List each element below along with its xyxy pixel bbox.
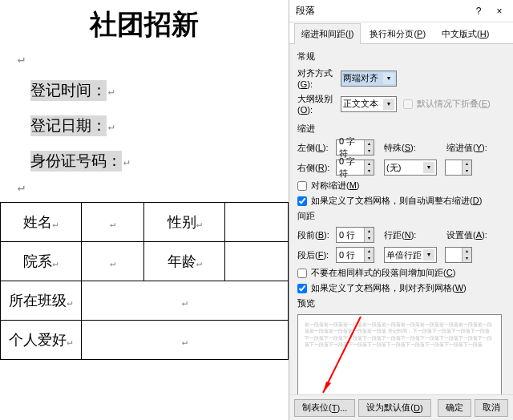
section-spacing: 间距 (297, 210, 505, 222)
line-spacing-select[interactable]: 单倍行距▾ (384, 247, 437, 263)
table-cell[interactable]: ↵ (81, 203, 144, 242)
paragraph-mark: ↵ (18, 180, 289, 194)
table-cell[interactable]: ↵ (81, 321, 288, 360)
no-space-same-style-label: 不要在相同样式的段落间增加间距(C) (311, 267, 455, 279)
paragraph-mark: ↵ (18, 51, 289, 66)
auto-right-indent-checkbox[interactable] (297, 196, 307, 206)
snap-to-grid-checkbox[interactable] (297, 284, 307, 293)
table-cell[interactable] (225, 242, 289, 281)
indent-by-label: 缩进值(Y): (446, 142, 487, 154)
no-space-same-style-checkbox[interactable] (297, 269, 307, 278)
special-indent-select[interactable]: (无)▾ (384, 160, 437, 176)
chevron-down-icon: ▾ (423, 249, 434, 260)
table-cell[interactable]: 院系↵ (1, 242, 82, 281)
ok-button[interactable]: 确定 (438, 399, 471, 417)
doc-title: 社团招新 (0, 6, 289, 43)
dialog-title-text: 段落 (296, 4, 468, 18)
tab-asian-typography[interactable]: 中文版式(H) (434, 23, 496, 44)
outline-level-label: 大纲级别(O): (297, 93, 341, 115)
tab-line-page-breaks[interactable]: 换行和分页(P) (362, 23, 433, 44)
help-button[interactable]: ? (468, 3, 489, 19)
indent-left-label: 左侧(L): (297, 142, 336, 154)
indent-right-label: 右侧(R): (297, 162, 336, 174)
section-general: 常规 (297, 50, 505, 63)
table-cell[interactable] (225, 203, 289, 242)
collapse-checkbox (403, 99, 413, 109)
section-preview: 预览 (297, 297, 505, 309)
indent-left-input[interactable]: 0 字符▴▾ (336, 139, 374, 155)
table-cell[interactable]: 姓名↵ (1, 203, 82, 242)
tab-indent-spacing[interactable]: 缩进和间距(I) (294, 23, 361, 44)
table-cell[interactable]: 性别↵ (144, 203, 225, 242)
alignment-label: 对齐方式(G): (297, 67, 341, 89)
preview-box: 前一段落前一段落前一段落前一段落前一段落前一段落前一段落前一段落前一段落前一段落… (297, 314, 502, 401)
spacing-at-input[interactable]: ▴▾ (445, 247, 472, 263)
doc-field-2[interactable]: 身份证号码：↵ (30, 151, 289, 172)
chevron-down-icon: ▾ (423, 162, 434, 173)
doc-field-1[interactable]: 登记日期：↵ (30, 115, 289, 136)
collapse-label: 默认情况下折叠(E) (417, 98, 491, 110)
doc-field-0[interactable]: 登记时间：↵ (30, 80, 289, 101)
chevron-down-icon: ▾ (383, 73, 394, 84)
mirror-indent-checkbox[interactable] (297, 181, 307, 191)
close-button[interactable]: × (489, 3, 510, 19)
spacing-at-label: 设置值(A): (446, 229, 487, 241)
mirror-indent-label: 对称缩进(M) (311, 180, 360, 192)
space-before-input[interactable]: 0 行▴▾ (336, 227, 374, 243)
table-cell[interactable]: 年龄↵ (144, 242, 225, 281)
table-cell[interactable]: ↵ (81, 242, 144, 281)
space-after-label: 段后(F): (297, 249, 336, 261)
paragraph-dialog: 段落 ? × 缩进和间距(I) 换行和分页(P) 中文版式(H) 常规 对齐方式… (289, 0, 513, 420)
chevron-down-icon: ▾ (383, 99, 394, 110)
table-cell[interactable]: ↵ (81, 281, 288, 321)
table-cell[interactable]: 所在班级↵ (1, 281, 82, 321)
special-indent-label: 特殊(S): (384, 142, 419, 154)
auto-right-indent-label: 如果定义了文档网格，则自动调整右缩进(D) (311, 195, 482, 207)
doc-table: 姓名↵ ↵ 性别↵ 院系↵ ↵ 年龄↵ 所在班级↵ ↵ 个人爱好↵ ↵ (0, 202, 289, 360)
dialog-footer: 制表位(T)... 设为默认值(D) 确定 取消 (289, 394, 513, 420)
dialog-tabs: 缩进和间距(I) 换行和分页(P) 中文版式(H) (289, 22, 513, 44)
set-default-button[interactable]: 设为默认值(D) (358, 399, 430, 417)
snap-to-grid-label: 如果定义了文档网格，则对齐到网格(W) (311, 282, 467, 294)
table-cell[interactable]: 个人爱好↵ (1, 321, 82, 360)
dialog-titlebar: 段落 ? × (289, 0, 513, 22)
indent-by-input[interactable]: ▴▾ (445, 160, 472, 176)
document-area: 社团招新 ↵ 登记时间：↵ 登记日期：↵ 身份证号码：↵ ↵ 姓名↵ ↵ 性别↵… (0, 0, 289, 420)
indent-right-input[interactable]: 0 字符▴▾ (336, 160, 374, 176)
space-after-input[interactable]: 0 行▴▾ (336, 247, 374, 263)
line-spacing-label: 行距(N): (384, 229, 419, 241)
tabs-button[interactable]: 制表位(T)... (294, 399, 355, 417)
alignment-select[interactable]: 两端对齐▾ (341, 71, 397, 87)
outline-level-select[interactable]: 正文文本▾ (341, 96, 397, 112)
space-before-label: 段前(B): (297, 229, 336, 241)
cancel-button[interactable]: 取消 (475, 399, 508, 417)
section-indent: 缩进 (297, 123, 505, 135)
